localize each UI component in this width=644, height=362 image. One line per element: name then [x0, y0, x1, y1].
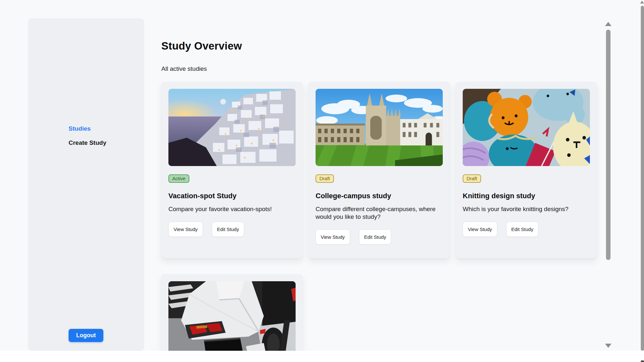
logout-button[interactable]: Logout	[69, 329, 103, 342]
study-card-title: Knitting design study	[463, 192, 590, 200]
knitting-study-photo	[463, 89, 590, 166]
inner-scrollbar-thumb[interactable]	[606, 30, 611, 260]
study-card-knitting: Draft Knitting design study Which is you…	[456, 82, 597, 258]
sidebar: Studies Create Study Logout	[28, 18, 144, 351]
study-card-actions: View Study Edit Study	[316, 229, 443, 245]
sidebar-item-create-study[interactable]: Create Study	[69, 139, 106, 146]
study-card-description: Compare different college-campuses, wher…	[316, 205, 441, 221]
view-study-button[interactable]: View Study	[316, 229, 350, 245]
status-badge: Draft	[316, 174, 334, 183]
sidebar-item-studies[interactable]: Studies	[69, 125, 106, 132]
app-viewport: Studies Create Study Logout Study Overvi…	[0, 0, 644, 351]
edit-study-button[interactable]: Edit Study	[359, 229, 391, 245]
study-card-title: College-campus study	[316, 192, 443, 200]
window-scrollbar-notch	[641, 360, 644, 362]
edit-study-button[interactable]: Edit Study	[506, 222, 538, 237]
page-title: Study Overview	[161, 40, 242, 52]
window-scroll-up-icon[interactable]	[640, 1, 644, 4]
study-card-title: Vacation-spot Study	[168, 192, 296, 200]
study-card-college: Draft College-campus study Compare diffe…	[308, 82, 450, 258]
study-card-actions: View Study Edit Study	[168, 222, 296, 237]
study-card-grid: Active Vacation-spot Study Compare your …	[161, 82, 597, 351]
scroll-up-icon[interactable]	[605, 22, 611, 26]
scroll-down-icon[interactable]	[605, 344, 611, 348]
status-badge: Draft	[463, 174, 481, 183]
window-scrollbar-thumb[interactable]	[641, 6, 644, 351]
vacation-study-photo	[168, 89, 296, 166]
sidebar-nav: Studies Create Study	[69, 125, 106, 153]
view-study-button[interactable]: View Study	[168, 222, 203, 237]
study-card-vacation: Active Vacation-spot Study Compare your …	[161, 82, 303, 258]
study-card-partial	[161, 274, 303, 351]
study-card-description: Compare your favorite vacation-spots!	[168, 205, 294, 213]
page-subtitle: All active studies	[161, 65, 207, 72]
college-study-photo	[316, 89, 443, 166]
edit-study-button[interactable]: Edit Study	[212, 222, 244, 237]
status-badge: Active	[168, 174, 189, 183]
view-study-button[interactable]: View Study	[463, 222, 497, 237]
study-card-description: Which is your favorite knitting designs?	[463, 205, 588, 213]
car-study-photo	[168, 281, 296, 351]
study-card-actions: View Study Edit Study	[463, 222, 590, 237]
